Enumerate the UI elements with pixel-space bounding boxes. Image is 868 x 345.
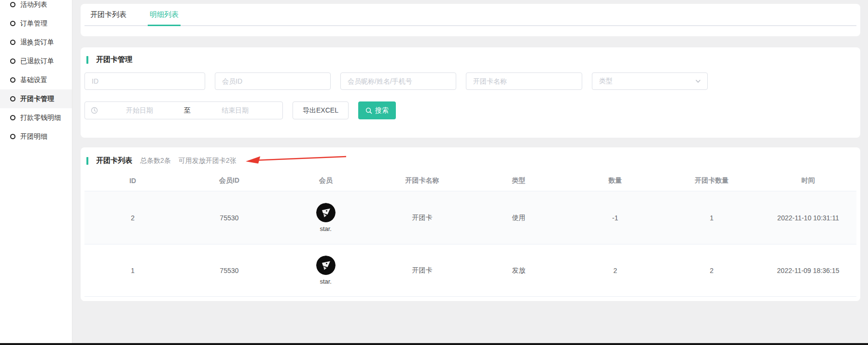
- sidebar-item-basic-settings[interactable]: 基础设置: [0, 71, 72, 89]
- cell-time: 2022-11-10 10:31:11: [760, 214, 856, 222]
- date-range-picker[interactable]: 开始日期 至 结束日期: [84, 101, 283, 119]
- list-section-header: 开团卡列表 总条数2条 可用发放开团卡2张: [84, 156, 856, 165]
- export-excel-button[interactable]: 导出EXCEL: [293, 101, 349, 119]
- sidebar-item-label: 退换货订单: [20, 38, 54, 47]
- filter-inputs-row: 类型: [84, 72, 856, 90]
- card-name-input[interactable]: [466, 72, 582, 90]
- member-name: star.: [320, 225, 332, 232]
- type-select-placeholder: 类型: [599, 77, 613, 86]
- circle-bullet-icon: [10, 77, 15, 83]
- window-bottom-edge: [0, 343, 868, 345]
- tabs-card: 开团卡列表 明细列表: [81, 4, 860, 36]
- tab-group-card-list[interactable]: 开团卡列表: [88, 4, 128, 25]
- cell-card-name: 开团卡: [374, 266, 471, 275]
- cell-quantity: 2: [567, 267, 663, 274]
- date-separator: 至: [181, 106, 194, 115]
- cell-member: star.: [278, 256, 374, 285]
- type-select[interactable]: 类型: [592, 72, 708, 90]
- sidebar-item-activity-list[interactable]: 活动列表: [0, 0, 72, 14]
- id-input[interactable]: [84, 72, 205, 90]
- main-content: 开团卡列表 明细列表 开团卡管理 类型: [73, 0, 868, 343]
- tab-bar: 开团卡列表 明细列表: [84, 4, 856, 26]
- column-header-type: 类型: [471, 176, 567, 185]
- cell-member-id: 75530: [181, 214, 278, 222]
- filter-title: 开团卡管理: [92, 55, 132, 64]
- table-row: 2 75530 star.: [84, 191, 856, 244]
- sidebar-item-label: 打款零钱明细: [20, 114, 61, 122]
- total-count-text: 总条数2条: [140, 157, 171, 165]
- search-icon: [365, 107, 372, 114]
- cell-member-id: 75530: [181, 267, 278, 274]
- sidebar-item-label: 已退款订单: [20, 57, 54, 66]
- sidebar-item-label: 开团卡管理: [20, 95, 54, 103]
- circle-bullet-icon: [10, 134, 15, 139]
- cell-member: star.: [278, 203, 374, 232]
- member-avatar: [316, 256, 336, 275]
- circle-bullet-icon: [10, 40, 15, 45]
- group-card-table: ID 会员ID 会员 开团卡名称 类型 数量 开团卡数量 时间 2 75530: [84, 170, 856, 297]
- chevron-down-icon: [695, 78, 701, 85]
- red-arrow-annotation: [245, 155, 348, 165]
- column-header-id: ID: [84, 177, 181, 185]
- available-cards-text: 可用发放开团卡2张: [179, 157, 237, 165]
- member-name: star.: [320, 278, 332, 285]
- start-date-placeholder: 开始日期: [98, 106, 181, 115]
- sidebar-menu: 活动列表 订单管理 退换货订单 已退款订单 基础设置 开团卡管理 打款零钱明细: [0, 0, 72, 146]
- cell-id: 2: [84, 214, 181, 222]
- sidebar-item-order-management[interactable]: 订单管理: [0, 14, 72, 33]
- cell-card-quantity: 1: [663, 214, 760, 222]
- tab-label: 开团卡列表: [90, 10, 126, 19]
- circle-bullet-icon: [10, 96, 15, 101]
- sidebar-item-label: 活动列表: [20, 0, 47, 9]
- cell-card-name: 开团卡: [374, 214, 471, 222]
- sidebar-item-label: 基础设置: [20, 76, 47, 85]
- circle-bullet-icon: [10, 115, 15, 120]
- tab-detail-list[interactable]: 明细列表: [148, 4, 181, 25]
- cell-type: 发放: [471, 266, 567, 275]
- sidebar-item-refunded-orders[interactable]: 已退款订单: [0, 52, 72, 71]
- tab-label: 明细列表: [150, 10, 179, 19]
- sidebar: 活动列表 订单管理 退换货订单 已退款订单 基础设置 开团卡管理 打款零钱明细: [0, 0, 72, 343]
- member-nickname-input[interactable]: [340, 72, 456, 90]
- circle-bullet-icon: [10, 2, 15, 7]
- sidebar-item-group-detail[interactable]: 开团明细: [0, 127, 72, 146]
- list-title: 开团卡列表: [92, 156, 132, 165]
- column-header-quantity: 数量: [567, 176, 663, 185]
- column-header-member-id: 会员ID: [181, 176, 278, 185]
- column-header-time: 时间: [760, 176, 856, 185]
- table-header-row: ID 会员ID 会员 开团卡名称 类型 数量 开团卡数量 时间: [84, 170, 856, 191]
- section-accent-bar: [86, 157, 88, 165]
- clock-icon: [91, 107, 98, 114]
- filter-actions-row: 开始日期 至 结束日期 导出EXCEL 搜索: [84, 101, 856, 119]
- member-avatar: [316, 203, 336, 222]
- table-row: 1 75530 star.: [84, 244, 856, 297]
- list-card: 开团卡列表 总条数2条 可用发放开团卡2张 ID 会员ID 会员 开团卡名称 类…: [81, 147, 860, 301]
- cell-time: 2022-11-09 18:36:15: [760, 267, 856, 274]
- sidebar-item-label: 订单管理: [20, 19, 47, 28]
- sidebar-item-payment-change-detail[interactable]: 打款零钱明细: [0, 108, 72, 127]
- sidebar-item-return-orders[interactable]: 退换货订单: [0, 33, 72, 52]
- circle-bullet-icon: [10, 21, 15, 26]
- end-date-placeholder: 结束日期: [194, 106, 277, 115]
- section-accent-bar: [86, 56, 88, 64]
- search-button-label: 搜索: [375, 106, 389, 115]
- sidebar-item-group-card-management[interactable]: 开团卡管理: [0, 89, 72, 108]
- member-id-input[interactable]: [215, 72, 331, 90]
- cell-card-quantity: 2: [663, 267, 760, 274]
- cell-quantity: -1: [567, 214, 663, 222]
- cell-type: 使用: [471, 214, 567, 222]
- circle-bullet-icon: [10, 58, 15, 64]
- filter-section-header: 开团卡管理: [84, 55, 856, 64]
- column-header-member: 会员: [278, 176, 374, 185]
- search-button[interactable]: 搜索: [358, 101, 396, 119]
- cell-id: 1: [84, 267, 181, 274]
- column-header-card-quantity: 开团卡数量: [663, 176, 760, 185]
- sidebar-item-label: 开团明细: [20, 132, 47, 141]
- filter-card: 开团卡管理 类型 开始日期 至 结束日期: [81, 47, 860, 138]
- column-header-card-name: 开团卡名称: [374, 176, 471, 185]
